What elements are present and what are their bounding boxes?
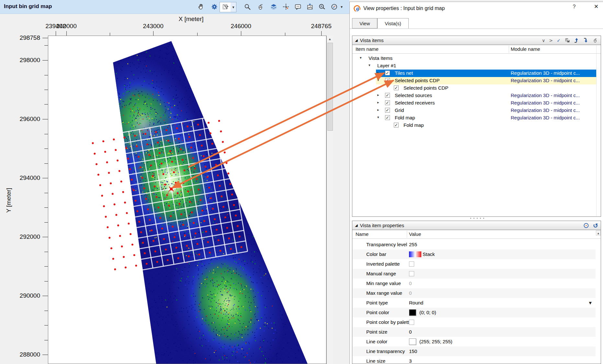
move-down-icon[interactable] [583,38,589,43]
move-up-icon[interactable] [574,38,579,43]
property-row-line-transparency[interactable]: Line transparency150 [353,347,596,356]
property-row-line-color[interactable]: Line color(255; 255; 255) [353,337,596,347]
mouse-select-icon[interactable] [257,3,265,11]
vista-item-row-vista-items[interactable]: ▾Vista Items [353,55,596,62]
vista-item-row-fold-map[interactable]: ✓Fold map [353,122,596,129]
vista-item-row-grid[interactable]: ▸✓GridRegularization 3D - midpoint c... [353,107,596,114]
expander-open-icon[interactable]: ▾ [360,56,362,60]
dropdown-arrow-icon[interactable]: ▼ [589,301,592,305]
close-button[interactable]: ✕ [592,3,600,10]
vista-item-row-selected-points-cdp[interactable]: ✓Selected points CDP [353,84,596,92]
item-checkbox[interactable]: ✓ [385,100,390,105]
property-checkbox[interactable] [409,261,414,267]
properties-scroll-up-icon[interactable]: ▲ [596,230,601,236]
y-axis-minor-tick [44,266,48,267]
y-axis-tick [42,178,48,178]
property-checkbox[interactable] [409,320,414,325]
comment-icon[interactable] [294,3,302,11]
bin-grid-map-canvas[interactable] [48,36,326,364]
section-splitter[interactable] [470,218,484,219]
vista-item-row-fold-map[interactable]: ▾✓Fold mapRegularization 3D - midpoint c… [353,114,596,122]
expander-closed-icon[interactable]: ▸ [377,100,379,105]
vista-item-row-selected-receivers[interactable]: ▸✓Selected receiversRegularization 3D - … [353,99,596,107]
map-vertical-scrollbar[interactable]: ▲ [326,36,333,364]
expander-open-icon[interactable]: ▾ [369,63,370,67]
target-icon[interactable] [583,223,589,228]
color-swatch[interactable] [409,338,416,345]
expand-chevron-icon[interactable]: > [549,38,553,43]
property-name: Manual range [366,271,396,276]
y-axis-tick [42,38,48,38]
vista-items-header[interactable]: ◢ Vista items ∨ > ✓ [352,36,601,45]
settings-gear-icon[interactable] [210,3,218,11]
pan-hand-icon[interactable] [197,3,205,11]
export-image-icon[interactable] [306,3,314,11]
module-name: Regularization 3D - midpoint c... [511,100,580,105]
item-checkbox[interactable]: ✓ [385,115,390,120]
item-checkbox[interactable]: ✓ [394,85,399,90]
item-checkbox[interactable]: ✓ [385,71,390,75]
property-row-manual-range[interactable]: Manual range [353,269,596,279]
save-items-icon[interactable] [564,38,570,43]
scroll-up-icon[interactable]: ▲ [327,36,333,42]
y-axis-minor-tick [44,163,48,164]
vista-item-row-selected-sources[interactable]: ▸✓Selected sourcesRegularization 3D - mi… [353,92,596,99]
measure-icon[interactable] [318,3,326,11]
x-axis-tick [197,33,198,36]
vista-item-row-tiles-net[interactable]: ▸✓Tiles netRegularization 3D - midpoint … [353,70,596,77]
undo-icon[interactable]: ↺ [593,222,598,229]
map-plot[interactable] [48,36,326,364]
expander-closed-icon[interactable]: ▸ [377,108,379,112]
zoom-icon[interactable] [244,3,251,11]
vista-item-properties-section: ◢ Vista item properties ↺ Name Value Tra… [352,221,601,364]
property-row-max-range-value[interactable]: Max range value0 [353,288,596,298]
vista-item-row-selected-points-cdp[interactable]: ▾✓Selected points CDPRegularization 3D -… [353,77,596,84]
vista-item-row-layer-1[interactable]: ▾Layer #1 [353,62,596,70]
color-swatch[interactable] [409,309,416,316]
item-checkbox[interactable]: ✓ [394,123,399,127]
panel-header: g View properties : Input bin grid map [354,5,445,12]
colorbar-swatch[interactable] [409,251,421,257]
item-label: Selected sources [395,93,432,98]
collapse-chevron-icon[interactable]: ∨ [542,38,545,43]
compass-icon[interactable] [330,3,338,11]
property-row-color-bar[interactable]: Color barStack [353,249,596,259]
property-name: Point color [366,310,389,315]
scrollbar-thumb[interactable] [327,43,333,131]
property-row-transparency-level[interactable]: Transparency level255 [353,240,596,249]
property-name: Point color by palette [366,319,412,325]
expander-closed-icon[interactable]: ▸ [377,71,379,75]
item-checkbox[interactable]: ✓ [385,78,390,83]
check-all-icon[interactable]: ✓ [557,38,561,43]
property-row-inverted-palette[interactable]: Inverted palette [353,259,596,269]
tab-vistas[interactable]: Vista(s) [377,18,409,29]
item-checkbox[interactable]: ✓ [385,93,390,98]
rect-select-tool-button[interactable] [220,2,231,12]
property-row-min-range-value[interactable]: Min range value0 [353,279,596,288]
property-row-point-color[interactable]: Point color(0; 0; 0) [353,308,596,317]
section-collapse-icon: ◢ [355,223,358,227]
mouse-pick-icon[interactable] [593,38,598,43]
property-row-point-size[interactable]: Point size0 [353,327,596,337]
x-axis-label: 240000 [56,23,76,30]
property-name: Line color [366,339,387,344]
expander-open-icon[interactable]: ▾ [377,78,379,82]
y-axis-minor-tick [44,75,48,75]
expander-closed-icon[interactable]: ▸ [377,93,379,97]
property-checkbox[interactable] [409,271,414,276]
item-checkbox[interactable]: ✓ [385,108,390,113]
compass-dropdown[interactable]: ▼ [339,3,344,11]
layers-icon[interactable] [270,3,278,11]
y-axis-minor-tick [44,193,48,193]
property-row-point-color-by-palette[interactable]: Point color by palette [353,317,596,327]
item-label: Vista Items [369,55,393,61]
expander-open-icon[interactable]: ▾ [377,115,379,119]
snap-crosshair-icon[interactable] [282,3,290,11]
tab-view[interactable]: View [352,18,377,28]
help-button[interactable]: ? [571,4,578,10]
item-label: Fold map [404,122,424,128]
property-row-point-type[interactable]: Point typeRound▼ [353,298,596,308]
property-row-line-size[interactable]: Line size3 [353,356,596,364]
rect-select-dropdown[interactable]: ▼ [231,2,236,12]
item-properties-header[interactable]: ◢ Vista item properties ↺ [352,221,601,230]
